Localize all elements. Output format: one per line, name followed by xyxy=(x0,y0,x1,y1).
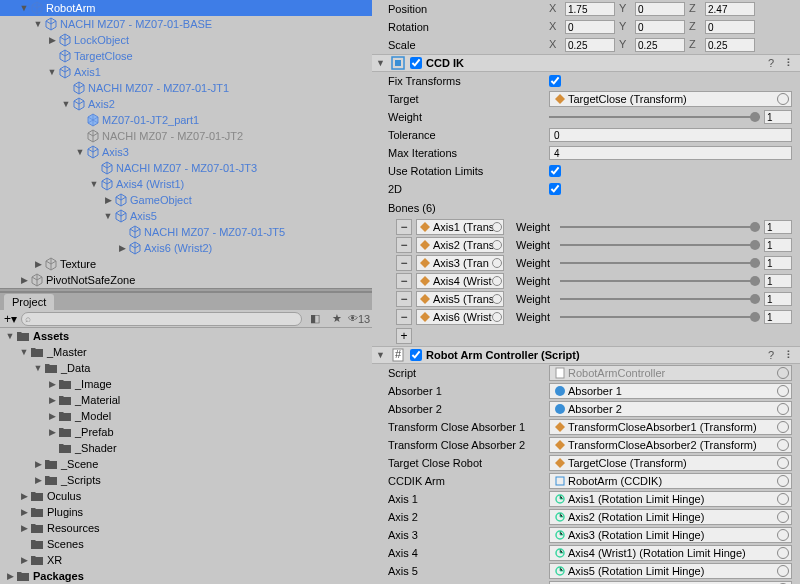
object-field[interactable]: TransformCloseAbsorber1 (Transform) xyxy=(549,419,792,435)
target-field[interactable]: TargetClose (Transform) xyxy=(549,91,792,107)
object-picker-icon[interactable] xyxy=(777,511,789,523)
object-field[interactable]: TargetClose (Transform) xyxy=(549,455,792,471)
expand-arrow-icon[interactable]: ▶ xyxy=(18,507,30,517)
object-picker-icon[interactable] xyxy=(777,385,789,397)
bone-transform-field[interactable]: Axis2 (Trans xyxy=(416,237,504,253)
project-folder[interactable]: ▶_Scripts xyxy=(0,472,372,488)
hierarchy-item[interactable]: ▼Axis4 (Wrist1) xyxy=(0,176,372,192)
object-picker-icon[interactable] xyxy=(777,475,789,487)
remove-bone-button[interactable]: − xyxy=(396,309,412,325)
expand-arrow-icon[interactable]: ▼ xyxy=(18,347,30,357)
expand-arrow-icon[interactable]: ▶ xyxy=(4,571,16,581)
project-folder[interactable]: ▶Oculus xyxy=(0,488,372,504)
bone-transform-field[interactable]: Axis1 (Trans xyxy=(416,219,504,235)
expand-arrow-icon[interactable]: ▼ xyxy=(60,99,72,109)
hierarchy-item[interactable]: MZ07-01-JT2_part1 xyxy=(0,112,372,128)
object-picker-icon[interactable] xyxy=(492,276,502,286)
2d-checkbox[interactable] xyxy=(549,183,561,195)
object-picker-icon[interactable] xyxy=(777,93,789,105)
object-picker-icon[interactable] xyxy=(777,529,789,541)
bone-weight-slider[interactable] xyxy=(560,310,792,324)
remove-bone-button[interactable]: − xyxy=(396,219,412,235)
pos-z[interactable] xyxy=(705,2,755,16)
project-folder[interactable]: ▶Resources xyxy=(0,520,372,536)
max-iterations-field[interactable] xyxy=(549,146,792,160)
object-picker-icon[interactable] xyxy=(492,222,502,232)
expand-arrow-icon[interactable]: ▶ xyxy=(46,395,58,405)
hierarchy-item[interactable]: NACHI MZ07 - MZ07-01-JT1 xyxy=(0,80,372,96)
bone-weight-slider[interactable] xyxy=(560,256,792,270)
object-picker-icon[interactable] xyxy=(777,565,789,577)
object-picker-icon[interactable] xyxy=(492,294,502,304)
hierarchy-item[interactable]: ▶Texture xyxy=(0,256,372,272)
fix-transforms-checkbox[interactable] xyxy=(549,75,561,87)
help-icon[interactable]: ? xyxy=(768,349,782,361)
project-folder[interactable]: ▶_Prefab xyxy=(0,424,372,440)
bone-transform-field[interactable]: Axis4 (Wrist xyxy=(416,273,504,289)
ccdik-enabled-checkbox[interactable] xyxy=(410,57,422,69)
rot-x[interactable] xyxy=(565,20,615,34)
rot-y[interactable] xyxy=(635,20,685,34)
project-search-input[interactable] xyxy=(21,312,302,326)
hierarchy-item[interactable]: NACHI MZ07 - MZ07-01-JT3 xyxy=(0,160,372,176)
project-folder[interactable]: ▶Plugins xyxy=(0,504,372,520)
scale-y[interactable] xyxy=(635,38,685,52)
object-picker-icon[interactable] xyxy=(777,367,789,379)
hierarchy-item[interactable]: ▶PivotNotSafeZone xyxy=(0,272,372,288)
expand-arrow-icon[interactable]: ▼ xyxy=(102,211,114,221)
create-menu-icon[interactable]: +▾ xyxy=(4,312,17,326)
hierarchy-item[interactable]: ▼RobotArm xyxy=(0,0,372,16)
weight-slider[interactable] xyxy=(549,110,792,124)
expand-arrow-icon[interactable]: ▼ xyxy=(88,179,100,189)
expand-arrow-icon[interactable]: ▶ xyxy=(102,195,114,205)
project-folder[interactable]: ▶Packages xyxy=(0,568,372,584)
favorite-icon[interactable]: ★ xyxy=(328,311,346,327)
expand-arrow-icon[interactable]: ▶ xyxy=(46,35,58,45)
project-folder[interactable]: _Shader xyxy=(0,440,372,456)
scale-z[interactable] xyxy=(705,38,755,52)
object-field[interactable]: Axis5 (Rotation Limit Hinge) xyxy=(549,563,792,579)
hierarchy-item[interactable]: ▶GameObject xyxy=(0,192,372,208)
bone-transform-field[interactable]: Axis5 (Trans xyxy=(416,291,504,307)
hierarchy-item[interactable]: ▼Axis1 xyxy=(0,64,372,80)
hierarchy-item[interactable]: ▶LockObject xyxy=(0,32,372,48)
expand-arrow-icon[interactable]: ▼ xyxy=(4,331,16,341)
object-field[interactable]: Axis2 (Rotation Limit Hinge) xyxy=(549,509,792,525)
hierarchy-item[interactable]: ▼Axis2 xyxy=(0,96,372,112)
object-picker-icon[interactable] xyxy=(777,439,789,451)
expand-arrow-icon[interactable]: ▶ xyxy=(46,411,58,421)
object-field[interactable]: TransformCloseAbsorber2 (Transform) xyxy=(549,437,792,453)
context-menu-icon[interactable]: ⠇ xyxy=(786,57,796,70)
object-field[interactable]: Axis4 (Wrist1) (Rotation Limit Hinge) xyxy=(549,545,792,561)
expand-arrow-icon[interactable]: ▶ xyxy=(32,459,44,469)
object-field[interactable]: RobotArm (CCDIK) xyxy=(549,473,792,489)
project-tab[interactable]: Project xyxy=(4,294,54,310)
pos-y[interactable] xyxy=(635,2,685,16)
project-folder[interactable]: Scenes xyxy=(0,536,372,552)
expand-arrow-icon[interactable]: ▼ xyxy=(32,19,44,29)
object-picker-icon[interactable] xyxy=(492,312,502,322)
bone-weight-slider[interactable] xyxy=(560,238,792,252)
expand-arrow-icon[interactable]: ▼ xyxy=(32,363,44,373)
robot-arm-enabled-checkbox[interactable] xyxy=(410,349,422,361)
expand-arrow-icon[interactable]: ▼ xyxy=(18,3,30,13)
help-icon[interactable]: ? xyxy=(768,57,782,69)
bone-weight-slider[interactable] xyxy=(560,274,792,288)
object-picker-icon[interactable] xyxy=(777,403,789,415)
foldout-arrow-icon[interactable]: ▼ xyxy=(376,350,386,360)
project-folder[interactable]: ▼Assets xyxy=(0,328,372,344)
expand-arrow-icon[interactable]: ▶ xyxy=(18,555,30,565)
object-picker-icon[interactable] xyxy=(492,258,502,268)
hierarchy-item[interactable]: NACHI MZ07 - MZ07-01-JT5 xyxy=(0,224,372,240)
project-folder[interactable]: ▶_Material xyxy=(0,392,372,408)
object-field[interactable]: Axis3 (Rotation Limit Hinge) xyxy=(549,527,792,543)
expand-arrow-icon[interactable]: ▶ xyxy=(32,475,44,485)
context-menu-icon[interactable]: ⠇ xyxy=(786,349,796,362)
expand-arrow-icon[interactable]: ▶ xyxy=(18,491,30,501)
object-picker-icon[interactable] xyxy=(777,493,789,505)
script-field[interactable]: RobotArmController xyxy=(549,365,792,381)
hierarchy-item[interactable]: NACHI MZ07 - MZ07-01-JT2 xyxy=(0,128,372,144)
hierarchy-item[interactable]: ▼Axis5 xyxy=(0,208,372,224)
object-picker-icon[interactable] xyxy=(777,547,789,559)
object-picker-icon[interactable] xyxy=(777,421,789,433)
